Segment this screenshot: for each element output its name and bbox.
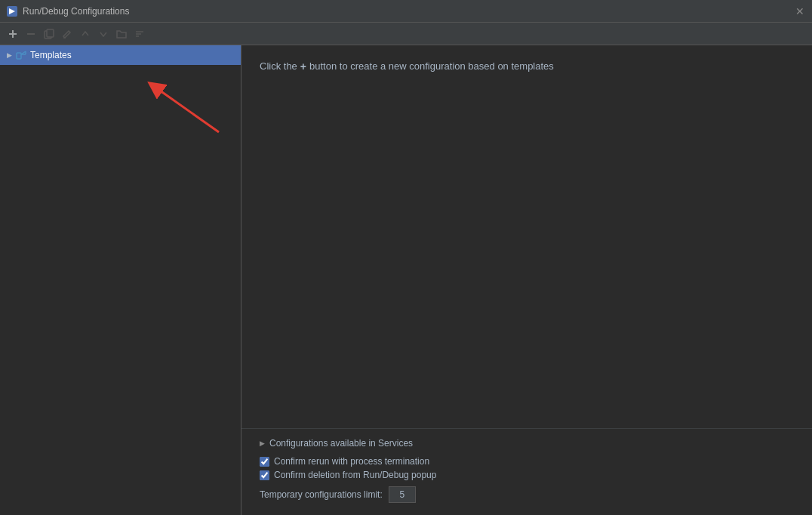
templates-label: Templates [30,50,72,60]
services-label: Configurations available in Services [269,438,413,449]
edit-button[interactable] [59,26,75,42]
limit-label: Temporary configurations limit: [260,489,383,500]
main-layout: ▶ Templates Click the + button to create… [0,45,812,515]
move-up-button[interactable] [77,26,94,42]
hint-suffix: button to create a new configuration bas… [309,60,554,72]
services-expand-icon: ▶ [260,439,265,447]
title-bar: Run/Debug Configurations ✕ [0,0,812,23]
hint-plus-symbol: + [300,60,306,72]
window-icon [6,5,18,17]
svg-rect-6 [47,29,54,37]
close-button[interactable]: ✕ [794,5,806,17]
services-row[interactable]: ▶ Configurations available in Services [260,438,794,449]
remove-button[interactable] [23,26,39,42]
right-panel: Click the + button to create a new confi… [241,45,812,515]
window-title: Run/Debug Configurations [23,6,794,17]
confirm-deletion-label: Confirm deletion from Run/Debug popup [274,470,436,480]
toolbar [0,23,812,45]
left-panel: ▶ Templates [0,45,241,515]
folder-button[interactable] [113,26,130,42]
sort-button[interactable] [131,26,148,42]
confirm-deletion-checkbox[interactable] [260,470,269,480]
copy-button[interactable] [41,26,57,42]
svg-rect-11 [17,53,21,59]
hint-area: Click the + button to create a new confi… [241,45,812,88]
templates-tree-item[interactable]: ▶ Templates [0,45,241,65]
confirm-rerun-row: Confirm rerun with process termination [260,456,794,467]
confirm-rerun-checkbox[interactable] [260,457,269,467]
bottom-section: ▶ Configurations available in Services C… [241,428,812,515]
add-button[interactable] [5,26,21,42]
templates-icon [15,49,27,61]
move-down-button[interactable] [95,26,112,42]
limit-row: Temporary configurations limit: [260,486,794,503]
hint-prefix: Click the [260,60,297,72]
confirm-rerun-label: Confirm rerun with process termination [274,456,429,467]
tree-expand-icon: ▶ [5,51,14,60]
limit-input[interactable] [389,486,416,503]
confirm-deletion-row: Confirm deletion from Run/Debug popup [260,470,794,480]
